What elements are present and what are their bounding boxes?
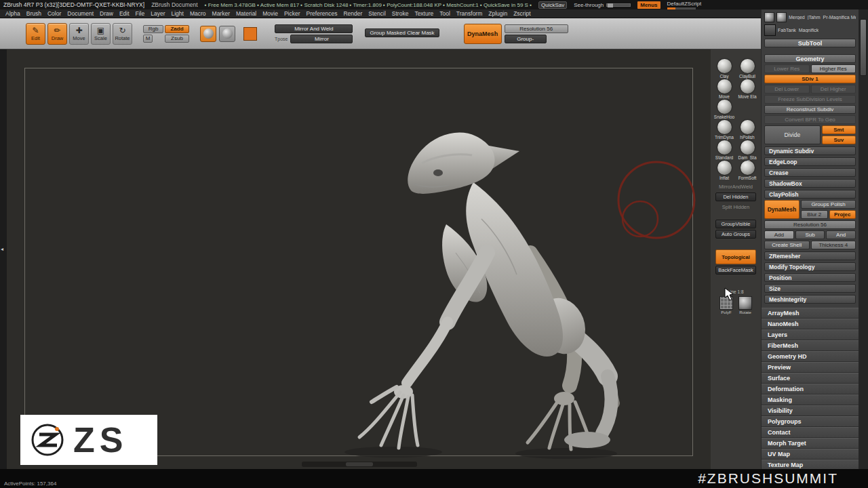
lower-res-button[interactable]: Lower Res [764,64,810,73]
menu-item[interactable]: Edit [119,10,130,17]
menu-item[interactable]: Zscript [513,10,531,17]
palette-section-row[interactable]: Contact [762,427,859,438]
subsection-header[interactable]: Crease [764,168,856,177]
resolution-slider[interactable]: Resolution 56 [505,24,568,33]
palette-section-row[interactable]: Deformation [762,384,859,394]
palette-section-row[interactable]: Geometry HD [762,351,859,362]
brush-thumbnail[interactable]: ClayBuil [737,59,757,79]
smt-toggle[interactable]: Smt [822,125,856,134]
subsection-header[interactable]: MeshIntegrity [764,295,856,304]
topological-button[interactable]: Topological [715,249,756,264]
rotate-material-icon[interactable] [738,296,752,310]
dynamesh-palette-button[interactable]: DynaMesh [764,200,800,219]
palette-section-row[interactable]: Texture Map [762,460,859,469]
mrgb-button[interactable]: M [143,35,153,43]
canvas-nav-handle[interactable] [346,462,373,466]
palette-section-row[interactable]: Layers [762,329,859,340]
palette-section-row[interactable]: UV Map [762,449,859,460]
rgb-button[interactable]: Rgb [143,25,163,33]
edit-button[interactable]: ✎ Edit [26,23,45,45]
menu-item[interactable]: Draw [100,10,113,17]
panel-scrollbar[interactable] [859,9,868,469]
see-through-slider-handle[interactable] [608,3,613,7]
palette-section-row[interactable]: Preview [762,362,859,373]
backface-mask-button[interactable]: BackFaceMask [715,266,756,274]
subsection-header[interactable]: Position [764,273,856,282]
dynamesh-button[interactable]: DynaMesh [464,24,502,44]
brush-thumbnail[interactable]: Move [714,79,734,100]
brush-thumbnail[interactable]: Clay [714,59,734,79]
palette-section-row[interactable]: FiberMesh [762,340,859,351]
brush-thumbnail[interactable]: Standard [714,140,734,161]
brush-thumbnail[interactable]: SnakeHoo [714,100,734,120]
tool-thumbnail[interactable] [776,12,787,22]
panel-scrollbar-handle[interactable] [860,19,867,76]
group-masked-clear-mask-button[interactable]: Group Masked Clear Mask [365,28,439,37]
subsection-header[interactable]: ZRemesher [764,251,856,260]
del-lower-button[interactable]: Del Lower [764,85,810,94]
group-visible-button[interactable]: GroupVisible [715,220,756,228]
divide-button[interactable]: Divide [764,125,821,144]
menu-item[interactable]: Light [172,10,184,17]
menu-item[interactable]: Zplugin [488,10,507,17]
menu-item[interactable]: Document [67,10,94,17]
project-toggle[interactable]: Projec [829,210,856,219]
brush-thumbnail[interactable]: Inflat [714,161,734,181]
dynamesh-resolution-slider[interactable]: Resolution 56 [764,220,856,229]
menu-item[interactable]: File [136,10,145,17]
create-shell-button[interactable]: Create Shell [764,241,810,249]
draw-button[interactable]: ✏ Draw [47,23,67,45]
default-zscript-slider[interactable] [667,7,696,9]
left-tray-divider[interactable]: ◂ [0,49,7,469]
menu-item[interactable]: Color [47,10,61,17]
menu-item[interactable]: Picker [284,10,300,17]
and-button[interactable]: And [826,230,856,239]
split-hidden-button[interactable]: Split Hidden [715,203,756,211]
palette-section-row[interactable]: Visibility [762,405,859,416]
menu-item[interactable]: Alpha [5,10,20,17]
add-button[interactable]: Add [764,230,794,239]
zadd-button[interactable]: Zadd [165,25,189,33]
sdiv-slider[interactable]: SDiv 1 [764,75,856,83]
reconstruct-subdiv-button[interactable]: Reconstruct Subdiv [764,105,856,114]
subsection-header[interactable]: Modify Topology [764,262,856,271]
tray-collapse-icon[interactable]: ◂ [1,246,3,252]
sub-button[interactable]: Sub [795,230,825,239]
menu-item[interactable]: Render [343,10,362,17]
menu-item[interactable]: Macro [190,10,206,17]
palette-section-row[interactable]: Masking [762,394,859,405]
freeze-subdivision-button[interactable]: Freeze SubDivision Levels [764,95,856,104]
menus-button[interactable]: Menus [637,1,660,9]
suv-toggle[interactable]: Suv [822,136,856,144]
mirror-and-weld-shelf-button[interactable]: MirrorAndWeld [715,182,756,191]
brush-thumbnail[interactable]: Move Ela [737,79,757,100]
subsection-header[interactable]: Dynamic Subdiv [764,146,856,155]
subsection-header[interactable]: EdgeLoop [764,157,856,166]
transparency-button[interactable] [219,26,235,42]
groups-polish-button[interactable]: Groups Polish [801,200,856,209]
brush-thumbnail[interactable]: TrimDyna [714,120,734,140]
palette-section-row[interactable]: Polygroups [762,416,859,427]
palette-section-row[interactable]: Surface [762,373,859,384]
menu-item[interactable]: Texture [414,10,433,17]
local-symmetry-button[interactable] [200,26,216,42]
see-through-slider[interactable] [606,3,631,7]
group-minus-button[interactable]: Group- [505,35,547,43]
menu-item[interactable]: Brush [26,10,41,17]
menu-item[interactable]: Stencil [368,10,386,17]
brush-thumbnail[interactable]: Dam_Sta [737,140,757,161]
geometry-section-header[interactable]: Geometry [764,54,856,63]
rotate-button[interactable]: ↻ Rotate [113,23,132,45]
palette-section-row[interactable]: ArrayMesh [762,308,859,319]
convert-bpr-button[interactable]: Convert BPR To Geo [764,115,856,124]
brush-thumbnail[interactable]: hPolish [737,120,757,140]
auto-groups-button[interactable]: Auto Groups [715,230,756,239]
blur-slider[interactable]: Blur 2 [801,210,828,219]
quicksave-button[interactable]: QuickSav [538,1,567,9]
subsection-header[interactable]: ShadowBox [764,179,856,188]
del-hidden-button[interactable]: Del Hidden [715,192,756,201]
menu-item[interactable]: Transform [456,10,482,17]
palette-section-row[interactable]: NanoMesh [762,319,859,329]
scale-button[interactable]: ▣ Scale [91,23,111,45]
menu-item[interactable]: Stroke [392,10,409,17]
